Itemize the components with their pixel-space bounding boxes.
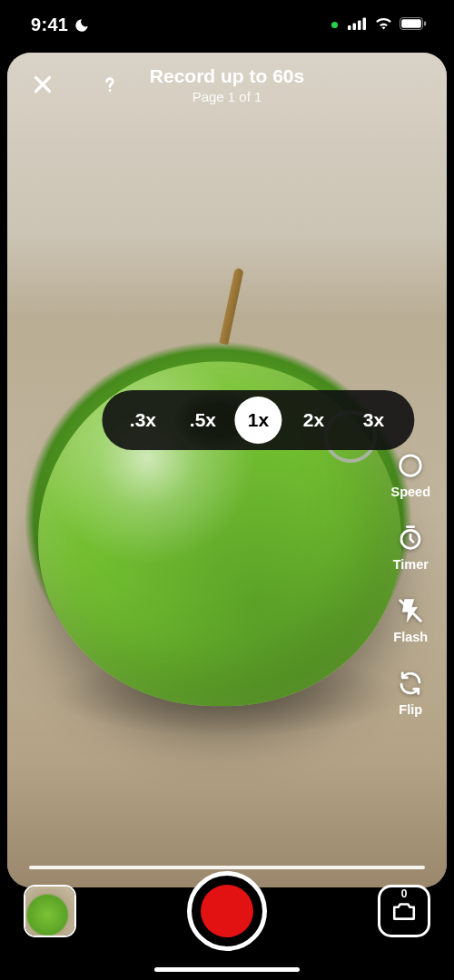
camera-active-indicator-icon bbox=[331, 22, 338, 28]
status-right bbox=[331, 16, 427, 34]
flash-label: Flash bbox=[393, 630, 428, 644]
record-icon bbox=[201, 885, 253, 937]
flip-camera-button[interactable]: Flip bbox=[397, 670, 424, 717]
help-button[interactable] bbox=[94, 69, 125, 100]
device-frame: 9:41 bbox=[0, 0, 454, 980]
scene-apple-stem bbox=[219, 268, 243, 345]
upload-gallery-button[interactable]: 0 bbox=[378, 885, 430, 937]
cellular-signal-icon bbox=[348, 17, 368, 34]
camera-tools: Speed Timer Flash Flip bbox=[390, 452, 430, 717]
zoom-option-1x[interactable]: 1x bbox=[234, 397, 281, 444]
bottom-bar: 0 bbox=[0, 860, 454, 980]
timer-button[interactable]: Timer bbox=[393, 524, 429, 572]
gallery-count: 0 bbox=[401, 887, 408, 900]
do-not-disturb-icon bbox=[74, 17, 90, 34]
zoom-option-3x[interactable]: 3x bbox=[345, 409, 401, 431]
flip-label: Flip bbox=[399, 702, 422, 717]
battery-icon bbox=[400, 17, 427, 34]
close-button[interactable] bbox=[27, 69, 58, 100]
svg-rect-6 bbox=[424, 21, 426, 25]
home-indicator[interactable] bbox=[154, 967, 300, 972]
wifi-icon bbox=[374, 16, 393, 34]
svg-point-7 bbox=[109, 89, 112, 92]
status-bar: 9:41 bbox=[0, 0, 454, 50]
camera-scene bbox=[7, 53, 447, 887]
status-left: 9:41 bbox=[31, 15, 90, 35]
zoom-option-0.5x[interactable]: .5x bbox=[174, 409, 231, 431]
svg-rect-5 bbox=[401, 19, 421, 28]
flash-button[interactable]: Flash bbox=[393, 597, 428, 644]
svg-rect-3 bbox=[363, 17, 367, 30]
zoom-option-2x[interactable]: 2x bbox=[285, 409, 341, 431]
thumb-image bbox=[25, 887, 74, 936]
record-button[interactable] bbox=[187, 871, 267, 951]
speed-label: Speed bbox=[390, 485, 430, 499]
svg-rect-1 bbox=[353, 23, 357, 30]
svg-rect-0 bbox=[348, 25, 351, 30]
zoom-selector[interactable]: .3x .5x 1x 2x 3x bbox=[102, 390, 414, 450]
timer-label: Timer bbox=[393, 557, 429, 572]
speed-button[interactable]: Speed bbox=[390, 452, 430, 499]
last-capture-thumbnail[interactable] bbox=[24, 885, 76, 937]
zoom-option-0.3x[interactable]: .3x bbox=[114, 409, 171, 431]
svg-point-8 bbox=[400, 456, 421, 476]
svg-rect-2 bbox=[358, 20, 361, 30]
camera-viewfinder[interactable]: Record up to 60s Page 1 of 1 .3x .5x 1x … bbox=[7, 53, 447, 887]
recording-progress bbox=[29, 866, 425, 869]
status-time: 9:41 bbox=[31, 15, 68, 35]
